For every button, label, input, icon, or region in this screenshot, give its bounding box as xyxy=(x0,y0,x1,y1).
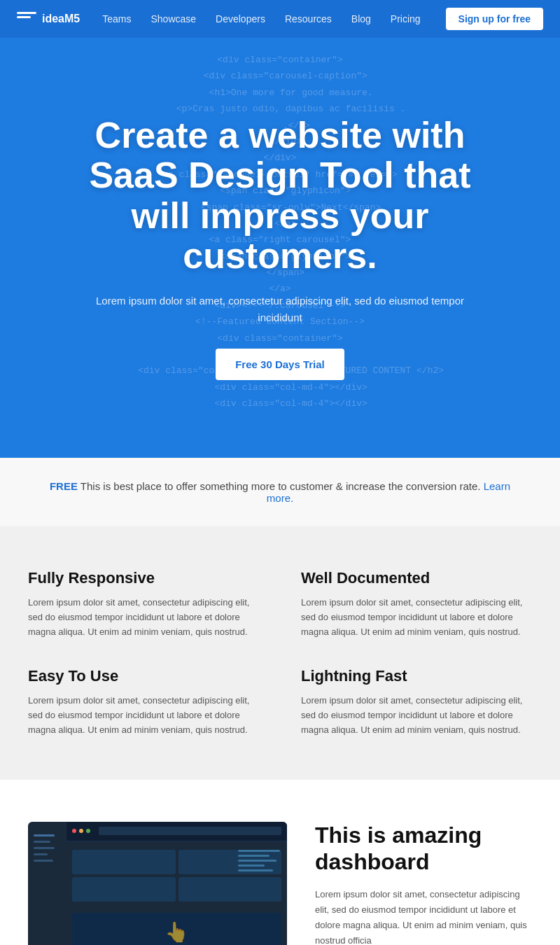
logo[interactable]: ideaM5 xyxy=(17,12,80,26)
logo-icon xyxy=(17,12,36,26)
feature-fully-responsive: Fully Responsive Lorem ipsum dolor sit a… xyxy=(28,569,259,639)
feature-fully-responsive-desc: Lorem ipsum dolor sit amet, consectetur … xyxy=(28,596,259,639)
features-section: Fully Responsive Lorem ipsum dolor sit a… xyxy=(0,527,560,780)
feature-fully-responsive-title: Fully Responsive xyxy=(28,569,259,587)
nav-link-blog[interactable]: Blog xyxy=(351,13,371,24)
feature-lightning-fast-desc: Lorem ipsum dolor sit amet, consectetur … xyxy=(301,694,532,737)
feature-well-documented-title: Well Documented xyxy=(301,569,532,587)
feature-easy-to-use: Easy To Use Lorem ipsum dolor sit amet, … xyxy=(28,667,259,737)
dashboard-text: This is amazing dashboard Lorem ipsum do… xyxy=(315,822,532,945)
hero-section: <div class="container"> <div class="caro… xyxy=(0,38,560,458)
feature-easy-to-use-desc: Lorem ipsum dolor sit amet, consectetur … xyxy=(28,694,259,737)
hero-title: Create a website with SaaS Design Tool t… xyxy=(56,115,504,276)
nav-link-teams[interactable]: Teams xyxy=(102,13,131,24)
feature-easy-to-use-title: Easy To Use xyxy=(28,667,259,685)
feature-lightning-fast-title: Lightning Fast xyxy=(301,667,532,685)
logo-text: ideaM5 xyxy=(42,13,80,25)
dashboard-image: 👆 xyxy=(28,822,287,945)
features-grid: Fully Responsive Lorem ipsum dolor sit a… xyxy=(28,569,532,738)
hero-content: Create a website with SaaS Design Tool t… xyxy=(56,115,504,380)
signup-button[interactable]: Sign up for free xyxy=(446,8,543,30)
navbar: ideaM5 Teams Showcase Developers Resourc… xyxy=(0,0,560,38)
nav-link-developers[interactable]: Developers xyxy=(216,13,265,24)
hero-subtitle: Lorem ipsum dolor sit amet, consectetur … xyxy=(84,293,476,326)
feature-well-documented-desc: Lorem ipsum dolor sit amet, consectetur … xyxy=(301,596,532,639)
hero-cta-button[interactable]: Free 30 Days Trial xyxy=(216,349,344,380)
dashboard-title: This is amazing dashboard xyxy=(315,822,532,876)
nav-link-pricing[interactable]: Pricing xyxy=(391,13,421,24)
nav-link-showcase[interactable]: Showcase xyxy=(150,13,196,24)
free-bar: FREE This is best place to offer somethi… xyxy=(0,458,560,527)
nav-link-resources[interactable]: Resources xyxy=(285,13,332,24)
dashboard-description: Lorem ipsum dolor sit amet, consectetur … xyxy=(315,887,532,945)
dashboard-section: 👆 This is amazing dashboard Lorem ipsum … xyxy=(0,780,560,945)
feature-well-documented: Well Documented Lorem ipsum dolor sit am… xyxy=(301,569,532,639)
nav-links: Teams Showcase Developers Resources Blog… xyxy=(102,13,445,25)
dash-topbar xyxy=(66,822,287,841)
dash-code-decoration xyxy=(238,850,280,872)
free-label: FREE xyxy=(50,480,78,492)
feature-lightning-fast: Lightning Fast Lorem ipsum dolor sit ame… xyxy=(301,667,532,737)
free-bar-text: This is best place to offer something mo… xyxy=(78,480,484,492)
